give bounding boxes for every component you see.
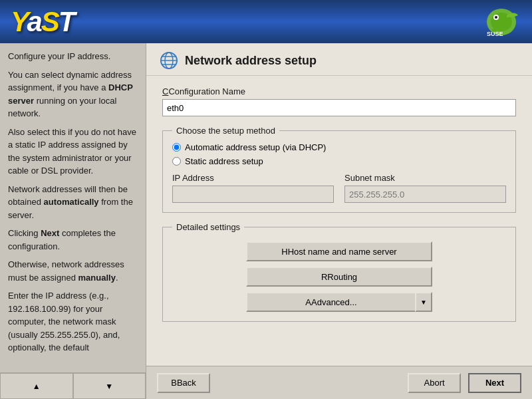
next-button[interactable]: Next [468, 373, 521, 393]
dhcp-radio[interactable] [172, 143, 181, 152]
routing-button[interactable]: RRouting [246, 267, 432, 287]
sidebar-text-6: Otherwise, network addresses must be ass… [8, 258, 138, 284]
advanced-label: Advanced... [311, 297, 357, 307]
static-label: Static address setup [185, 156, 263, 166]
sidebar-text-7: Enter the IP address (e.g., 192.168.100.… [8, 289, 138, 354]
detailed-settings-fieldset: Detailed settings HHost name and name se… [162, 222, 516, 322]
suse-logo: SUSE [481, 5, 521, 39]
advanced-button[interactable]: AAdvanced... [246, 292, 415, 312]
static-option[interactable]: Static address setup [172, 156, 506, 166]
network-icon [160, 51, 178, 70]
config-name-label: CConfiguration Name [162, 86, 516, 96]
logo-a: a [27, 6, 41, 37]
static-radio[interactable] [172, 157, 181, 166]
content-panel: Network address setup CConfiguration Nam… [146, 43, 532, 399]
detailed-buttons: HHost name and name server RRouting AAdv… [172, 241, 506, 312]
dropdown-arrow-icon: ▼ [420, 299, 427, 306]
setup-method-fieldset: Choose the setup method Automatic addres… [162, 126, 516, 213]
bottom-bar: BBack Abort Next [146, 366, 532, 399]
config-name-group: CConfiguration Name [162, 86, 516, 116]
logo-y: Y [11, 6, 27, 37]
setup-method-legend: Choose the setup method [172, 126, 279, 136]
sidebar: Configure your IP address. You can selec… [0, 43, 146, 399]
ip-address-col: IP Address [172, 173, 334, 203]
subnet-mask-label: Subnet mask [344, 173, 506, 183]
ip-address-input[interactable] [172, 186, 334, 203]
advanced-dropdown-button[interactable]: ▼ [415, 292, 432, 312]
sidebar-text-2: You can select dynamic address assignmen… [8, 68, 138, 120]
dhcp-label: Automatic address setup (via DHCP) [185, 142, 326, 152]
ip-row: IP Address Subnet mask [172, 173, 506, 203]
panel-title: Network address setup [185, 54, 317, 68]
panel-header: Network address setup [146, 43, 532, 76]
abort-button[interactable]: Abort [408, 373, 461, 393]
host-name-label: Host name and name server [288, 247, 397, 257]
header: YaST SUSE [0, 0, 532, 43]
sidebar-text-4: Network addresses will then be obtained … [8, 183, 138, 222]
sidebar-text-3: Also select this if you do not have a st… [8, 126, 138, 178]
ip-address-label: IP Address [172, 173, 334, 183]
sidebar-scroll-up-button[interactable]: ▲ [0, 373, 73, 399]
back-button[interactable]: BBack [157, 373, 210, 393]
config-name-input[interactable] [162, 99, 516, 116]
sidebar-text-5: Clicking Next completes the configuratio… [8, 227, 138, 253]
sidebar-scroll-down-button[interactable]: ▼ [73, 373, 146, 399]
svg-text:SUSE: SUSE [487, 31, 503, 37]
sidebar-content: Configure your IP address. You can selec… [0, 43, 146, 372]
logo-t: T [59, 6, 74, 37]
detailed-settings-legend: Detailed settings [172, 222, 244, 232]
dhcp-option[interactable]: Automatic address setup (via DHCP) [172, 142, 506, 152]
svg-point-3 [495, 16, 497, 19]
host-name-button[interactable]: HHost name and name server [246, 241, 432, 261]
subnet-mask-input[interactable] [344, 186, 506, 203]
logo-s: S [41, 6, 59, 37]
main-area: Configure your IP address. You can selec… [0, 43, 532, 399]
subnet-mask-col: Subnet mask [344, 173, 506, 203]
yast-logo: YaST [11, 6, 74, 38]
routing-label: Routing [327, 272, 357, 282]
sidebar-text-1: Configure your IP address. [8, 50, 138, 63]
sidebar-nav-buttons: ▲ ▼ [0, 372, 146, 399]
advanced-row: AAdvanced... ▼ [246, 292, 432, 312]
radio-group: Automatic address setup (via DHCP) Stati… [172, 142, 506, 166]
form-area: CConfiguration Name Choose the setup met… [146, 76, 532, 366]
